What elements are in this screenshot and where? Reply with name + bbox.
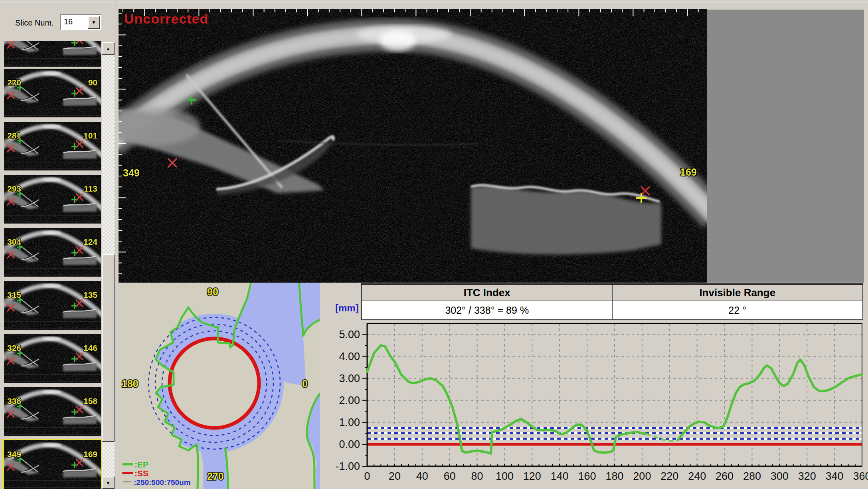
svg-text:101: 101	[83, 131, 97, 140]
slice-thumbnail[interactable]: 304 124	[4, 228, 101, 277]
svg-text:135: 135	[83, 290, 97, 299]
scrollbar-thumb[interactable]	[102, 254, 115, 442]
svg-text:180: 180	[605, 470, 623, 482]
svg-text:146: 146	[83, 343, 97, 352]
svg-text:200: 200	[633, 470, 651, 482]
svg-text:20: 20	[389, 470, 401, 482]
svg-text:260: 260	[716, 470, 734, 482]
svg-text:304: 304	[7, 237, 21, 246]
svg-text:124: 124	[83, 237, 97, 246]
legend-ep-label: :EP	[134, 460, 148, 469]
map-label-0: 0	[302, 378, 308, 389]
angle-opening-chart: 5.004.003.002.001.000.00-1.0002040608010…	[331, 315, 868, 489]
chart-unit-label: [mm]	[335, 303, 359, 314]
svg-text:360: 360	[853, 470, 868, 482]
svg-text:320: 320	[798, 470, 816, 482]
map-label-270: 270	[207, 471, 224, 482]
chevron-down-icon: ▼	[91, 20, 96, 25]
thumbnail-scrollbar[interactable]: ▲ ▼	[102, 42, 115, 489]
legend-rings-label: :250:500:750um	[134, 478, 191, 487]
svg-text:340: 340	[826, 470, 844, 482]
itc-index-table: ITC Index Invisible Range 302° / 338° = …	[361, 283, 863, 320]
svg-text:0: 0	[364, 470, 370, 482]
svg-text:270: 270	[7, 78, 21, 87]
svg-text:281: 281	[7, 131, 21, 140]
scroll-down-button[interactable]: ▼	[102, 477, 115, 489]
svg-text:280: 280	[743, 470, 761, 482]
col-header-itc-index: ITC Index	[362, 284, 612, 301]
bscan-image	[119, 9, 707, 283]
slice-thumbnail[interactable]	[4, 41, 101, 67]
svg-text:240: 240	[688, 470, 706, 482]
slice-thumbnail[interactable]: 315 135	[4, 281, 101, 330]
map-label-90: 90	[207, 286, 218, 297]
svg-text:113: 113	[84, 184, 97, 193]
svg-text:349: 349	[7, 449, 21, 459]
svg-text:40: 40	[416, 470, 428, 482]
svg-text:160: 160	[578, 470, 596, 482]
svg-text:326: 326	[7, 343, 21, 352]
svg-text:300: 300	[771, 470, 789, 482]
scan-right-angle-label: 169	[680, 166, 697, 178]
scroll-up-button[interactable]: ▲	[102, 42, 115, 55]
svg-text:158: 158	[83, 396, 97, 406]
scan-left-angle-label: 349	[123, 167, 140, 179]
bscan-view[interactable]	[119, 9, 707, 283]
svg-text:2.00: 2.00	[339, 394, 360, 406]
svg-text:1.00: 1.00	[339, 416, 360, 428]
svg-text:338: 338	[7, 396, 21, 406]
scroll-down-icon: ▼	[106, 480, 111, 486]
scan-empty-area	[707, 10, 864, 283]
svg-text:315: 315	[7, 290, 21, 299]
map-label-180: 180	[122, 378, 138, 389]
slice-num-value: 16	[64, 17, 73, 26]
window-top-highlight	[0, 2, 868, 2]
slice-num-combobox[interactable]: 16 ▼	[60, 14, 101, 30]
svg-text:90: 90	[88, 78, 97, 87]
combobox-dropdown-button[interactable]: ▼	[88, 16, 100, 29]
mode-label: Uncorrected	[124, 11, 208, 27]
slice-thumbnail-selected[interactable]: 349 169	[4, 440, 101, 489]
scroll-up-icon: ▲	[106, 46, 111, 51]
svg-text:4.00: 4.00	[339, 350, 360, 362]
slice-num-label: Slice Num.	[15, 18, 54, 28]
svg-text:169: 169	[83, 449, 97, 459]
svg-text:-1.00: -1.00	[335, 460, 360, 472]
slice-thumbnail[interactable]: 281 101	[4, 122, 101, 170]
svg-text:120: 120	[523, 470, 541, 482]
slice-thumbnail[interactable]: 293 113	[4, 175, 101, 224]
svg-text:140: 140	[551, 470, 569, 482]
svg-text:60: 60	[444, 470, 456, 482]
col-header-invisible-range: Invisible Range	[612, 284, 863, 301]
legend-ss-label: :SS	[134, 469, 148, 478]
slice-thumbnail[interactable]: 270 90	[4, 69, 101, 117]
svg-text:5.00: 5.00	[339, 329, 360, 341]
oct-analysis-window: Slice Num. 16 ▼	[0, 0, 868, 489]
svg-text:100: 100	[496, 470, 514, 482]
slice-thumbnail[interactable]: 338 158	[4, 387, 101, 436]
svg-text:3.00: 3.00	[339, 372, 360, 384]
svg-text:80: 80	[471, 470, 483, 482]
svg-text:293: 293	[7, 184, 21, 193]
svg-text:220: 220	[660, 470, 678, 482]
slice-thumbnail[interactable]: 326 146	[4, 334, 101, 383]
itc-polar-map: 90 180 0 270 :EP :SS :250:500:750um	[119, 283, 320, 489]
svg-text:0.00: 0.00	[339, 438, 360, 450]
slice-panel: Slice Num. 16 ▼	[0, 0, 115, 489]
